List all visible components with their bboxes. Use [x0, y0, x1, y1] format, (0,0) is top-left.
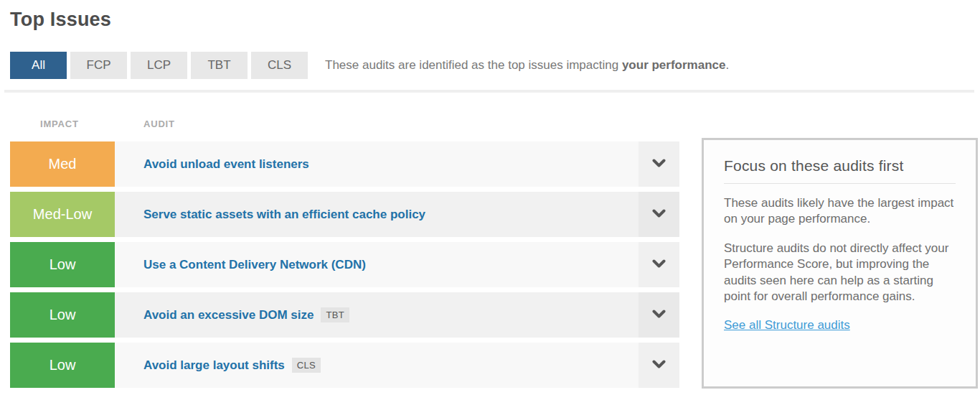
section-divider: [4, 90, 974, 93]
focus-audits-panel: Focus on these audits first These audits…: [702, 138, 978, 389]
audits-table: Med Avoid unload event listeners Med-Low…: [10, 141, 679, 393]
impact-badge: Low: [10, 343, 115, 388]
table-row[interactable]: Med-Low Serve static assets with an effi…: [10, 192, 679, 237]
tab-all[interactable]: All: [10, 52, 67, 79]
audit-cell: Serve static assets with an efficient ca…: [115, 192, 639, 237]
filter-tabs-row: All FCP LCP TBT CLS These audits are ide…: [10, 52, 970, 79]
tabs-description: These audits are identified as the top i…: [325, 58, 729, 73]
table-row[interactable]: Med Avoid unload event listeners: [10, 141, 679, 187]
description-end: .: [725, 58, 729, 72]
description-bold: your performance: [622, 58, 726, 72]
panel-divider: [724, 183, 956, 184]
panel-heading: Focus on these audits first: [724, 157, 956, 175]
expand-row-button[interactable]: [639, 141, 679, 187]
chevron-down-icon: [652, 359, 666, 372]
page-title: Top Issues: [10, 9, 111, 31]
tab-fcp[interactable]: FCP: [70, 52, 127, 79]
panel-paragraph-2: Structure audits do not directly affect …: [724, 241, 956, 305]
impact-badge: Low: [10, 242, 115, 287]
column-header-impact: IMPACT: [10, 119, 115, 129]
chevron-down-icon: [652, 208, 666, 221]
chevron-down-icon: [652, 259, 666, 271]
expand-row-button[interactable]: [639, 343, 679, 388]
column-header-audit: AUDIT: [115, 119, 175, 129]
tab-tbt[interactable]: TBT: [191, 52, 248, 79]
expand-row-button[interactable]: [639, 192, 679, 237]
audit-title-link[interactable]: Avoid unload event listeners: [143, 157, 309, 172]
table-row[interactable]: Low Use a Content Delivery Network (CDN): [10, 242, 679, 287]
metric-badge: CLS: [292, 358, 321, 373]
table-row[interactable]: Low Avoid an excessive DOM size TBT: [10, 292, 679, 338]
audit-title-link[interactable]: Avoid large layout shifts: [143, 358, 285, 373]
audit-cell: Avoid large layout shifts CLS: [115, 343, 639, 388]
tab-lcp[interactable]: LCP: [131, 52, 187, 79]
table-row[interactable]: Low Avoid large layout shifts CLS: [10, 343, 679, 388]
audit-cell: Use a Content Delivery Network (CDN): [115, 242, 639, 287]
metric-badge: TBT: [321, 307, 349, 322]
audit-title-link[interactable]: Avoid an excessive DOM size: [143, 308, 314, 322]
audit-cell: Avoid unload event listeners: [115, 141, 639, 187]
audit-cell: Avoid an excessive DOM size TBT: [115, 292, 639, 338]
table-header-row: IMPACT AUDIT: [10, 119, 175, 129]
description-text: These audits are identified as the top i…: [325, 58, 622, 72]
see-all-structure-audits-link[interactable]: See all Structure audits: [724, 318, 850, 332]
tab-cls[interactable]: CLS: [251, 52, 308, 79]
chevron-down-icon: [652, 309, 666, 322]
expand-row-button[interactable]: [639, 292, 679, 338]
filter-tabs: All FCP LCP TBT CLS: [10, 52, 308, 79]
panel-paragraph-1: These audits likely have the largest imp…: [724, 195, 956, 228]
impact-badge: Med-Low: [10, 192, 115, 237]
audit-title-link[interactable]: Serve static assets with an efficient ca…: [143, 208, 425, 222]
audit-title-link[interactable]: Use a Content Delivery Network (CDN): [143, 258, 366, 272]
top-issues-section: Top Issues All FCP LCP TBT CLS These aud…: [0, 0, 980, 418]
expand-row-button[interactable]: [639, 242, 679, 287]
impact-badge: Low: [10, 292, 115, 338]
impact-badge: Med: [10, 141, 115, 187]
chevron-down-icon: [652, 158, 666, 171]
